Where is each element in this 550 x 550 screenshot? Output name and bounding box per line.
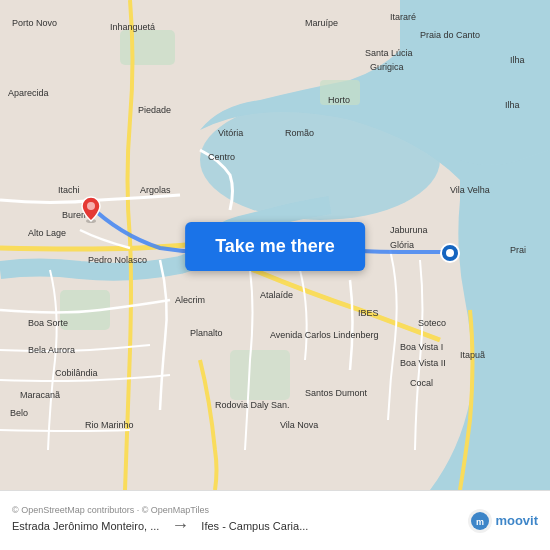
to-label: Ifes - Campus Caria...	[201, 520, 308, 532]
svg-rect-4	[320, 80, 360, 105]
copyright-text: © OpenStreetMap contributors · © OpenMap…	[12, 505, 460, 515]
map-container: Porto NovoInhanguetáMaruípeItararéPraia …	[0, 0, 550, 490]
take-me-there-button[interactable]: Take me there	[185, 222, 365, 271]
svg-rect-3	[120, 30, 175, 65]
route-arrow-icon: →	[171, 515, 189, 536]
svg-rect-6	[230, 350, 290, 400]
destination-pin	[440, 243, 460, 267]
moovit-logo: m moovit	[468, 509, 538, 533]
svg-point-8	[87, 202, 95, 210]
moovit-text: moovit	[495, 513, 538, 528]
route-labels: Estrada Jerônimo Monteiro, ... → Ifes - …	[12, 515, 460, 536]
route-info: © OpenStreetMap contributors · © OpenMap…	[12, 505, 468, 536]
bottom-bar: © OpenStreetMap contributors · © OpenMap…	[0, 490, 550, 550]
svg-text:m: m	[476, 517, 484, 527]
origin-pin	[80, 195, 102, 227]
moovit-icon: m	[468, 509, 492, 533]
svg-point-10	[446, 249, 454, 257]
from-label: Estrada Jerônimo Monteiro, ...	[12, 520, 159, 532]
